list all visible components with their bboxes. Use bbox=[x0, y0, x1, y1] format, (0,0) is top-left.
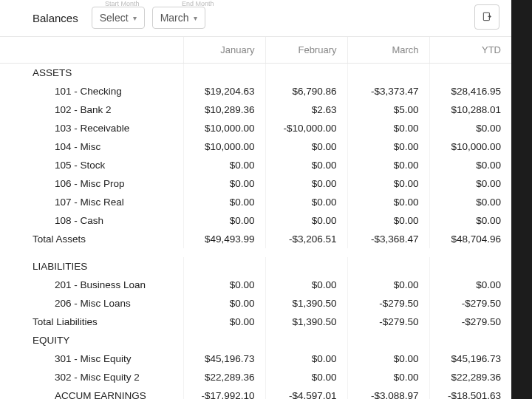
table-row: 106 - Misc Prop$0.00$0.00$0.00$0.00 bbox=[0, 174, 511, 193]
cell-value: $0.00 bbox=[347, 368, 429, 386]
section-total: Total Assets$49,493.99-$3,206.51-$3,368.… bbox=[0, 230, 511, 248]
cell-value: $0.00 bbox=[265, 349, 347, 368]
cell-value: $19,204.63 bbox=[183, 82, 265, 100]
table-row: 102 - Bank 2$10,289.36$2.63$5.00$10,288.… bbox=[0, 100, 511, 119]
cell-value: $0.00 bbox=[347, 349, 429, 368]
end-month-select[interactable]: March ▾ bbox=[152, 7, 205, 29]
section-total: Total Liabilities$0.00$1,390.50-$279.50-… bbox=[0, 313, 511, 331]
cell-value: -$279.50 bbox=[429, 313, 511, 331]
cell-value: $28,416.95 bbox=[429, 82, 511, 100]
cell-value: $10,288.01 bbox=[429, 100, 511, 119]
cell-value: $0.00 bbox=[183, 193, 265, 211]
cell-value: $10,289.36 bbox=[183, 100, 265, 119]
row-label: 102 - Bank 2 bbox=[0, 100, 183, 119]
cell-value: $0.00 bbox=[265, 193, 347, 211]
cell-value: $10,000.00 bbox=[183, 137, 265, 156]
table-row: 104 - Misc$10,000.00$0.00$0.00$10,000.00 bbox=[0, 137, 511, 156]
table-row: 201 - Business Loan$0.00$0.00$0.00$0.00 bbox=[0, 276, 511, 294]
cell-value: $6,790.86 bbox=[265, 82, 347, 100]
cell-value: $0.00 bbox=[265, 368, 347, 386]
cell-value: -$3,088.97 bbox=[347, 386, 429, 399]
cell-value: $0.00 bbox=[429, 211, 511, 230]
cell-value: $0.00 bbox=[183, 174, 265, 193]
row-label: 104 - Misc bbox=[0, 137, 183, 156]
col-header: March bbox=[347, 37, 429, 64]
section-header: ASSETS bbox=[0, 64, 511, 83]
cell-value: $5.00 bbox=[347, 100, 429, 119]
cell-value: $0.00 bbox=[183, 313, 265, 331]
table-row: 302 - Misc Equity 2$22,289.36$0.00$0.00$… bbox=[0, 368, 511, 386]
table-row: 101 - Checking$19,204.63$6,790.86-$3,373… bbox=[0, 82, 511, 100]
cell-value: $0.00 bbox=[347, 137, 429, 156]
cell-value: $0.00 bbox=[347, 276, 429, 294]
cell-value: $0.00 bbox=[347, 193, 429, 211]
cell-value: $0.00 bbox=[183, 294, 265, 313]
cell-value: $0.00 bbox=[429, 119, 511, 137]
cell-value: $45,196.73 bbox=[183, 349, 265, 368]
row-label: 302 - Misc Equity 2 bbox=[0, 368, 183, 386]
cell-value: $0.00 bbox=[347, 119, 429, 137]
cell-value: $49,493.99 bbox=[183, 230, 265, 248]
cell-value: $10,000.00 bbox=[183, 119, 265, 137]
cell-value: $0.00 bbox=[183, 211, 265, 230]
row-label: 105 - Stock bbox=[0, 156, 183, 174]
cell-value: $0.00 bbox=[265, 211, 347, 230]
cell-value: -$3,206.51 bbox=[265, 230, 347, 248]
cell-value: $0.00 bbox=[265, 137, 347, 156]
start-month-label: Start Month bbox=[105, 0, 140, 7]
cell-value: -$279.50 bbox=[347, 313, 429, 331]
cell-value: $0.00 bbox=[347, 156, 429, 174]
start-month-value: Select bbox=[100, 12, 129, 24]
cell-value: $1,390.50 bbox=[265, 294, 347, 313]
end-month-label: End Month bbox=[182, 0, 214, 7]
chevron-down-icon: ▾ bbox=[133, 14, 137, 22]
balances-table: January February March YTD ASSETS101 - C… bbox=[0, 37, 511, 399]
section-name: EQUITY bbox=[0, 331, 183, 349]
row-label: 206 - Misc Loans bbox=[0, 294, 183, 313]
cell-value: -$18,501.63 bbox=[429, 386, 511, 399]
table-row: 206 - Misc Loans$0.00$1,390.50-$279.50-$… bbox=[0, 294, 511, 313]
cell-value: $10,000.00 bbox=[429, 137, 511, 156]
total-label: Total Liabilities bbox=[0, 313, 183, 331]
export-icon bbox=[481, 11, 493, 23]
export-button[interactable] bbox=[474, 4, 499, 30]
cell-value: $0.00 bbox=[265, 156, 347, 174]
section-name: ASSETS bbox=[0, 64, 183, 83]
table-row: ACCUM EARNINGS-$17,992.10-$4,597.01-$3,0… bbox=[0, 386, 511, 399]
section-header: EQUITY bbox=[0, 331, 511, 349]
table-row: 103 - Receivable$10,000.00-$10,000.00$0.… bbox=[0, 119, 511, 137]
table-row: 108 - Cash$0.00$0.00$0.00$0.00 bbox=[0, 211, 511, 230]
chevron-down-icon: ▾ bbox=[194, 14, 197, 22]
row-label: 101 - Checking bbox=[0, 82, 183, 100]
column-header-row: January February March YTD bbox=[0, 37, 511, 64]
row-label: 201 - Business Loan bbox=[0, 276, 183, 294]
col-header: February bbox=[265, 37, 347, 64]
row-label: 106 - Misc Prop bbox=[0, 174, 183, 193]
cell-value: $0.00 bbox=[429, 156, 511, 174]
col-header: YTD bbox=[429, 37, 511, 64]
cell-value: $1,390.50 bbox=[265, 313, 347, 331]
cell-value: -$279.50 bbox=[429, 294, 511, 313]
section-name: LIABILITIES bbox=[0, 257, 183, 276]
cell-value: -$17,992.10 bbox=[183, 386, 265, 399]
cell-value: $0.00 bbox=[183, 276, 265, 294]
cell-value: $22,289.36 bbox=[183, 368, 265, 386]
page-title: Balances bbox=[33, 12, 78, 29]
cell-value: -$4,597.01 bbox=[265, 386, 347, 399]
row-label: 107 - Misc Real bbox=[0, 193, 183, 211]
cell-value: $0.00 bbox=[347, 211, 429, 230]
cell-value: $2.63 bbox=[265, 100, 347, 119]
col-header: January bbox=[183, 37, 265, 64]
table-row: 105 - Stock$0.00$0.00$0.00$0.00 bbox=[0, 156, 511, 174]
cell-value: $0.00 bbox=[265, 276, 347, 294]
table-row: 107 - Misc Real$0.00$0.00$0.00$0.00 bbox=[0, 193, 511, 211]
end-month-value: March bbox=[160, 12, 189, 24]
table-row: 301 - Misc Equity$45,196.73$0.00$0.00$45… bbox=[0, 349, 511, 368]
row-label: 103 - Receivable bbox=[0, 119, 183, 137]
total-label: Total Assets bbox=[0, 230, 183, 248]
cell-value: $0.00 bbox=[429, 276, 511, 294]
cell-value: $0.00 bbox=[347, 174, 429, 193]
cell-value: $45,196.73 bbox=[429, 349, 511, 368]
section-header: LIABILITIES bbox=[0, 257, 511, 276]
start-month-select[interactable]: Select ▾ bbox=[92, 7, 145, 29]
